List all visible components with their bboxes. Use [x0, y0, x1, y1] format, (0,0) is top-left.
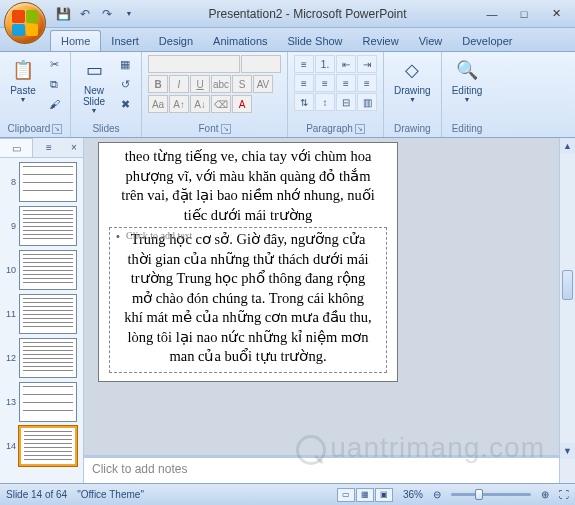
- numbering-button[interactable]: 1.: [315, 55, 335, 73]
- drawing-button[interactable]: ◇ Drawing ▼: [390, 55, 435, 105]
- close-button[interactable]: ✕: [541, 4, 571, 24]
- office-button[interactable]: [4, 2, 46, 44]
- chevron-down-icon: ▼: [464, 96, 471, 103]
- thumb-10[interactable]: 10: [2, 250, 81, 290]
- notes-pane[interactable]: Click to add notes: [84, 455, 559, 483]
- columns-button[interactable]: ▥: [357, 93, 377, 111]
- content-placeholder[interactable]: Click to add text Trung học cơ sở. Giờ đ…: [109, 227, 387, 373]
- slide-panel: ▭ ≡ × 8 9 10 11 12 13 14: [0, 138, 84, 483]
- ribbon: 📋 Paste ▼ ✂ ⧉ 🖌 Clipboard↘ ▭ New Slide ▼…: [0, 52, 575, 138]
- bold-button[interactable]: B: [148, 75, 168, 93]
- underline-button[interactable]: U: [190, 75, 210, 93]
- scroll-thumb[interactable]: [562, 270, 573, 300]
- thumb-9[interactable]: 9: [2, 206, 81, 246]
- thumbnail-list[interactable]: 8 9 10 11 12 13 14: [0, 158, 83, 483]
- align-center-button[interactable]: ≡: [315, 74, 335, 92]
- panel-tab-outline[interactable]: ≡: [33, 138, 65, 157]
- scroll-down-icon[interactable]: ▼: [560, 443, 575, 459]
- undo-icon[interactable]: ↶: [76, 5, 94, 23]
- zoom-knob[interactable]: [475, 489, 483, 500]
- sorter-view-button[interactable]: ▦: [356, 488, 374, 502]
- char-spacing-button[interactable]: AV: [253, 75, 273, 93]
- scroll-up-icon[interactable]: ▲: [560, 138, 575, 154]
- clear-format-button[interactable]: ⌫: [211, 95, 231, 113]
- editing-label: Editing: [452, 123, 483, 134]
- align-left-button[interactable]: ≡: [294, 74, 314, 92]
- zoom-value: 36%: [403, 489, 423, 500]
- font-size-select[interactable]: [241, 55, 281, 73]
- italic-button[interactable]: I: [169, 75, 189, 93]
- editing-button[interactable]: 🔍 Editing ▼: [448, 55, 487, 105]
- change-case-button[interactable]: Aa: [148, 95, 168, 113]
- panel-tab-slides[interactable]: ▭: [0, 138, 33, 157]
- decrease-indent-button[interactable]: ⇤: [336, 55, 356, 73]
- vertical-scrollbar[interactable]: ▲ ▼: [559, 138, 575, 483]
- slide-canvas[interactable]: theo từng tiếng ve, chia tay với chùm ho…: [98, 142, 398, 382]
- reset-icon[interactable]: ↺: [115, 75, 135, 93]
- slide-body-text[interactable]: Trung học cơ sở. Giờ đây, ngưỡng cửa thờ…: [116, 230, 380, 367]
- font-label: Font: [198, 123, 218, 134]
- redo-icon[interactable]: ↷: [98, 5, 116, 23]
- font-color-button[interactable]: A: [232, 95, 252, 113]
- thumb-12[interactable]: 12: [2, 338, 81, 378]
- font-family-select[interactable]: [148, 55, 240, 73]
- thumb-14[interactable]: 14: [2, 426, 81, 466]
- paste-button[interactable]: 📋 Paste ▼: [6, 55, 40, 105]
- paste-icon: 📋: [10, 57, 36, 83]
- slide-stage[interactable]: theo từng tiếng ve, chia tay với chùm ho…: [84, 138, 575, 483]
- zoom-slider[interactable]: [451, 493, 531, 496]
- tab-slideshow[interactable]: Slide Show: [278, 31, 353, 51]
- tab-home[interactable]: Home: [50, 30, 101, 51]
- tab-developer[interactable]: Developer: [452, 31, 522, 51]
- shrink-font-button[interactable]: A↓: [190, 95, 210, 113]
- line-spacing-button[interactable]: ⇅: [294, 93, 314, 111]
- tab-insert[interactable]: Insert: [101, 31, 149, 51]
- tab-view[interactable]: View: [409, 31, 453, 51]
- slides-label: Slides: [92, 123, 119, 134]
- align-text-button[interactable]: ⊟: [336, 93, 356, 111]
- slide-title-text[interactable]: theo từng tiếng ve, chia tay với chùm ho…: [99, 143, 397, 229]
- text-direction-button[interactable]: ↕: [315, 93, 335, 111]
- new-slide-button[interactable]: ▭ New Slide ▼: [77, 55, 111, 116]
- align-right-button[interactable]: ≡: [336, 74, 356, 92]
- font-launcher[interactable]: ↘: [221, 124, 231, 134]
- view-buttons: ▭ ▦ ▣: [337, 488, 393, 502]
- copy-icon[interactable]: ⧉: [44, 75, 64, 93]
- thumb-8[interactable]: 8: [2, 162, 81, 202]
- chevron-down-icon: ▼: [91, 107, 98, 114]
- delete-slide-icon[interactable]: ✖: [115, 95, 135, 113]
- cut-icon[interactable]: ✂: [44, 55, 64, 73]
- zoom-out-button[interactable]: ⊖: [433, 489, 441, 500]
- slideshow-view-button[interactable]: ▣: [375, 488, 393, 502]
- minimize-button[interactable]: —: [477, 4, 507, 24]
- grow-font-button[interactable]: A↑: [169, 95, 189, 113]
- drawing-label: Drawing: [394, 123, 431, 134]
- thumb-11[interactable]: 11: [2, 294, 81, 334]
- increase-indent-button[interactable]: ⇥: [357, 55, 377, 73]
- strike-button[interactable]: abc: [211, 75, 231, 93]
- tab-design[interactable]: Design: [149, 31, 203, 51]
- save-icon[interactable]: 💾: [54, 5, 72, 23]
- normal-view-button[interactable]: ▭: [337, 488, 355, 502]
- bullets-button[interactable]: ≡: [294, 55, 314, 73]
- group-font: B I U abc S AV Aa A↑ A↓ ⌫ A Font↘: [142, 52, 288, 137]
- find-icon: 🔍: [454, 57, 480, 83]
- clipboard-launcher[interactable]: ↘: [52, 124, 62, 134]
- panel-close-button[interactable]: ×: [65, 138, 83, 157]
- format-painter-icon[interactable]: 🖌: [44, 95, 64, 113]
- layout-icon[interactable]: ▦: [115, 55, 135, 73]
- paragraph-launcher[interactable]: ↘: [355, 124, 365, 134]
- title-bar: 💾 ↶ ↷ ▼ Presentation2 - Microsoft PowerP…: [0, 0, 575, 28]
- thumb-13[interactable]: 13: [2, 382, 81, 422]
- maximize-button[interactable]: □: [509, 4, 539, 24]
- shadow-button[interactable]: S: [232, 75, 252, 93]
- main-area: ▭ ≡ × 8 9 10 11 12 13 14 theo từng tiếng…: [0, 138, 575, 483]
- justify-button[interactable]: ≡: [357, 74, 377, 92]
- tab-animations[interactable]: Animations: [203, 31, 277, 51]
- paste-label: Paste: [10, 85, 36, 96]
- zoom-in-button[interactable]: ⊕: [541, 489, 549, 500]
- drawing-btn-label: Drawing: [394, 85, 431, 96]
- tab-review[interactable]: Review: [353, 31, 409, 51]
- qat-dropdown-icon[interactable]: ▼: [120, 5, 138, 23]
- fit-window-button[interactable]: ⛶: [559, 489, 569, 500]
